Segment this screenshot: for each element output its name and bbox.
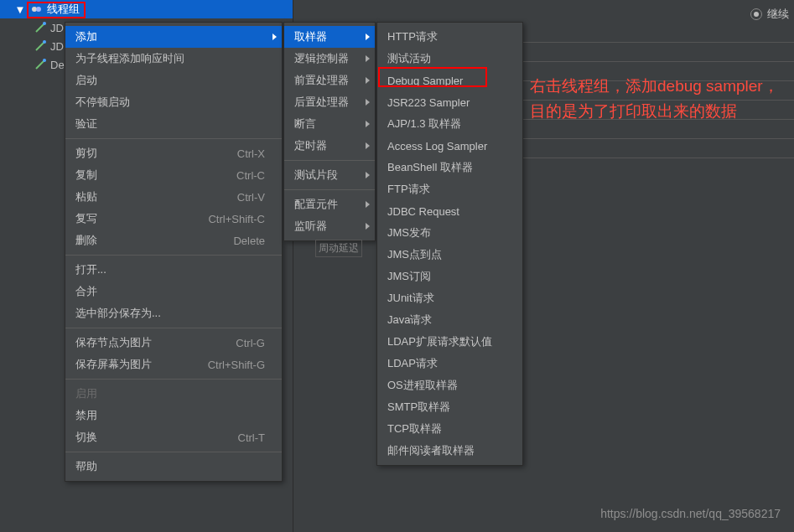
menu-disable[interactable]: 禁用	[65, 405, 282, 426]
sampler-item[interactable]: 邮件阅读者取样器	[377, 440, 522, 462]
expand-icon: ▼	[13, 3, 27, 16]
svg-point-1	[36, 7, 41, 12]
submenu-arrow-icon	[366, 172, 370, 178]
submenu-timer[interactable]: 定时器	[284, 135, 375, 157]
sampler-item[interactable]: FTP请求	[377, 178, 522, 200]
continue-radio-label: 继续	[767, 7, 789, 22]
menu-enable: 启用	[65, 383, 282, 405]
submenu-add-category: 取样器 逻辑控制器 前置处理器 后置处理器 断言 定时器 测试片段 配置元件 监…	[283, 22, 376, 241]
menu-separator	[284, 189, 375, 190]
menu-cut[interactable]: 剪切Ctrl-X	[65, 142, 282, 164]
submenu-pre[interactable]: 前置处理器	[284, 70, 375, 91]
sampler-item[interactable]: AJP/1.3 取样器	[377, 113, 522, 135]
menu-separator	[65, 328, 282, 328]
sampler-item[interactable]: JSR223 Sampler	[377, 91, 522, 113]
watermark: https://blog.csdn.net/qq_39568217	[600, 507, 781, 520]
menu-toggle[interactable]: 切换Ctrl-T	[65, 426, 282, 448]
sampler-item[interactable]: BeanShell 取样器	[377, 157, 522, 178]
sampler-item-label: JSR223 Sampler	[387, 96, 506, 109]
menu-start-no-pause[interactable]: 不停顿启动	[65, 91, 282, 113]
submenu-arrow-icon	[272, 34, 277, 40]
sampler-item[interactable]: JUnit请求	[377, 287, 522, 309]
submenu-arrow-icon	[366, 142, 370, 149]
menu-copy[interactable]: 复制Ctrl-C	[65, 164, 282, 186]
sampler-item-label: 邮件阅读者取样器	[387, 443, 506, 458]
menu-delete[interactable]: 删除Delete	[65, 230, 282, 251]
sampler-item-label: OS进程取样器	[387, 378, 506, 393]
sampler-item[interactable]: JDBC Request	[377, 200, 522, 222]
menu-separator	[284, 160, 375, 161]
menu-separator	[65, 255, 282, 256]
menu-start[interactable]: 启动	[65, 70, 282, 91]
menu-separator	[65, 452, 282, 452]
submenu-arrow-icon	[366, 223, 370, 230]
sampler-item[interactable]: 测试活动	[377, 48, 522, 70]
svg-line-2	[36, 23, 44, 32]
submenu-logic[interactable]: 逻辑控制器	[284, 48, 375, 70]
submenu-arrow-icon	[366, 99, 370, 106]
sampler-item-label: BeanShell 取样器	[387, 160, 506, 175]
sampler-item[interactable]: OS进程取样器	[377, 374, 522, 396]
submenu-assert[interactable]: 断言	[284, 113, 375, 135]
menu-open[interactable]: 打开...	[65, 259, 282, 281]
sampler-item[interactable]: Debug Sampler	[377, 70, 522, 91]
sampler-item-label: LDAP请求	[387, 356, 506, 371]
sampler-item[interactable]: Access Log Sampler	[377, 135, 522, 157]
sampler-item[interactable]: TCP取样器	[377, 418, 522, 440]
sampler-item-label: FTP请求	[387, 182, 506, 197]
submenu-arrow-icon	[366, 55, 370, 62]
sampler-item[interactable]: JMS订阅	[377, 266, 522, 287]
menu-save-node-img[interactable]: 保存节点为图片Ctrl-G	[65, 332, 282, 354]
sampler-item[interactable]: Java请求	[377, 309, 522, 331]
svg-point-5	[43, 40, 46, 44]
submenu-sampler[interactable]: 取样器	[284, 26, 375, 48]
sampler-item[interactable]: JMS点到点	[377, 244, 522, 266]
sampler-icon	[34, 58, 47, 71]
submenu-config[interactable]: 配置元件	[284, 194, 375, 215]
sampler-item-label: JMS点到点	[387, 247, 506, 262]
menu-duplicate[interactable]: 复写Ctrl+Shift-C	[65, 208, 282, 230]
menu-save-screen-img[interactable]: 保存屏幕为图片Ctrl+Shift-G	[65, 354, 282, 375]
sampler-item[interactable]: JMS发布	[377, 222, 522, 244]
sampler-item-label: Access Log Sampler	[387, 140, 506, 152]
continue-radio[interactable]: 继续	[750, 7, 789, 22]
submenu-post[interactable]: 后置处理器	[284, 91, 375, 113]
sampler-item[interactable]: LDAP扩展请求默认值	[377, 331, 522, 353]
sampler-item-label: HTTP请求	[387, 29, 506, 44]
menu-add[interactable]: 添加	[65, 26, 282, 48]
sampler-item-label: Java请求	[387, 312, 506, 328]
menu-paste[interactable]: 粘贴Ctrl-V	[65, 186, 282, 208]
sampler-item[interactable]: SMTP取样器	[377, 396, 522, 418]
menu-add-timer[interactable]: 为子线程添加响应时间	[65, 48, 282, 70]
menu-merge[interactable]: 合并	[65, 281, 282, 302]
sampler-icon	[34, 21, 47, 34]
menu-validate[interactable]: 验证	[65, 113, 282, 135]
submenu-samplers: HTTP请求测试活动Debug SamplerJSR223 SamplerAJP…	[376, 22, 523, 466]
sampler-item-label: SMTP取样器	[387, 400, 506, 415]
menu-separator	[65, 379, 282, 380]
bg-label-fragment: 周动延迟	[315, 240, 362, 257]
sampler-icon	[34, 39, 47, 53]
menu-save-selection[interactable]: 选中部分保存为...	[65, 302, 282, 324]
tree-node-thread-group[interactable]: ▼ 线程组	[0, 0, 293, 18]
submenu-arrow-icon	[366, 34, 370, 40]
submenu-fragment[interactable]: 测试片段	[284, 164, 375, 186]
annotation-text: 右击线程组，添加debug sampler，目的是为了打印取出来的数据	[530, 74, 781, 124]
submenu-listener[interactable]: 监听器	[284, 215, 375, 237]
svg-point-3	[43, 22, 46, 25]
radio-dot-icon	[750, 8, 762, 20]
sampler-item[interactable]: HTTP请求	[377, 26, 522, 48]
tree-item-label: De	[50, 59, 65, 71]
svg-line-6	[36, 60, 44, 69]
sampler-item-label: TCP取样器	[387, 421, 506, 436]
sampler-item-label: JDBC Request	[387, 205, 506, 218]
context-menu-main: 添加 为子线程添加响应时间 启动 不停顿启动 验证 剪切Ctrl-X 复制Ctr…	[65, 22, 283, 482]
sampler-item-label: AJP/1.3 取样器	[387, 116, 506, 132]
tree-item-label: JD	[50, 22, 64, 34]
menu-help[interactable]: 帮助	[65, 456, 282, 478]
sampler-item-label: JMS发布	[387, 225, 506, 240]
svg-point-7	[43, 59, 46, 62]
sampler-item-label: JMS订阅	[387, 269, 506, 284]
menu-separator	[65, 138, 282, 139]
sampler-item[interactable]: LDAP请求	[377, 353, 522, 374]
